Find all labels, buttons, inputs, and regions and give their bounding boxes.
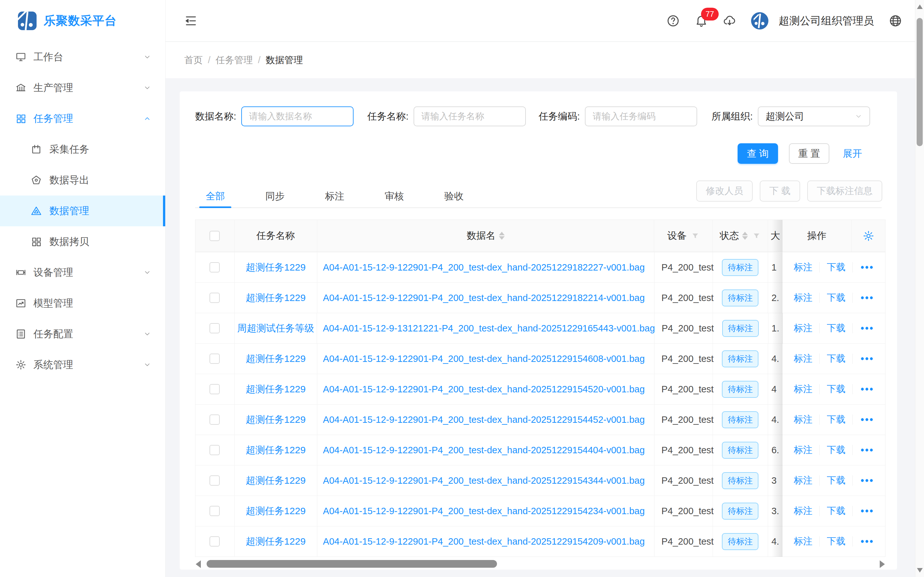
notifications[interactable]: 77 bbox=[695, 14, 708, 27]
sidebar-subitem-calendar[interactable]: 采集任务 bbox=[0, 134, 165, 165]
annotate-link[interactable]: 标注 bbox=[794, 261, 813, 274]
data-name-link[interactable]: A04-A01-15-12-9-122901-P4_200_test-dex_h… bbox=[323, 262, 645, 273]
filter-input-1[interactable] bbox=[414, 106, 526, 126]
sort-icon[interactable] bbox=[742, 232, 748, 240]
sort-icon[interactable] bbox=[499, 232, 505, 240]
data-name-link[interactable]: A04-A01-15-12-9-122901-P4_200_test-dex_h… bbox=[323, 506, 645, 516]
download-link[interactable]: 下载 bbox=[827, 444, 845, 456]
data-name-link[interactable]: A04-A01-15-12-9-122901-P4_200_test-dex_h… bbox=[323, 293, 645, 303]
bulk-button-0[interactable]: 修改人员 bbox=[696, 181, 753, 201]
user-name[interactable]: 超测公司组织管理员 bbox=[779, 14, 874, 28]
download-link[interactable]: 下载 bbox=[827, 261, 845, 274]
vertical-scroll-thumb[interactable] bbox=[917, 18, 923, 146]
more-actions-icon[interactable] bbox=[860, 537, 874, 546]
task-link[interactable]: 周超测试任务等级 bbox=[237, 322, 314, 335]
row-checkbox[interactable] bbox=[210, 354, 220, 364]
expand-link[interactable]: 展开 bbox=[843, 147, 862, 160]
annotate-link[interactable]: 标注 bbox=[794, 504, 813, 517]
sidebar-item-device[interactable]: 设备管理 bbox=[0, 257, 165, 288]
more-actions-icon[interactable] bbox=[860, 415, 874, 424]
tab-2[interactable]: 标注 bbox=[318, 185, 351, 207]
bulk-button-2[interactable]: 下载标注信息 bbox=[807, 181, 882, 201]
tab-3[interactable]: 审核 bbox=[378, 185, 410, 207]
task-link[interactable]: 超测任务1229 bbox=[246, 413, 306, 426]
horizontal-scroll-thumb[interactable] bbox=[207, 560, 497, 568]
download-link[interactable]: 下载 bbox=[827, 383, 845, 396]
reset-button[interactable]: 重 置 bbox=[789, 143, 829, 164]
tab-0[interactable]: 全部 bbox=[199, 185, 231, 207]
download-link[interactable]: 下载 bbox=[827, 352, 845, 365]
sidebar-item-gear[interactable]: 系统管理 bbox=[0, 350, 165, 380]
scroll-right-arrow[interactable] bbox=[880, 560, 885, 568]
sidebar-subitem-pentagon[interactable]: 数据导出 bbox=[0, 165, 165, 195]
more-actions-icon[interactable] bbox=[860, 293, 874, 303]
annotate-link[interactable]: 标注 bbox=[794, 535, 813, 548]
sidebar-subitem-copy-grid[interactable]: 数据拷贝 bbox=[0, 226, 165, 257]
column-name[interactable]: 数据名 bbox=[317, 220, 654, 251]
help-icon[interactable] bbox=[666, 14, 680, 27]
annotate-link[interactable]: 标注 bbox=[794, 292, 813, 304]
more-actions-icon[interactable] bbox=[860, 476, 874, 485]
annotate-link[interactable]: 标注 bbox=[794, 352, 813, 365]
data-name-link[interactable]: A04-A01-15-12-9-122901-P4_200_test-dex_h… bbox=[323, 445, 645, 456]
filter-funnel-icon[interactable] bbox=[691, 232, 699, 240]
sidebar-item-line-chart[interactable]: 模型管理 bbox=[0, 288, 165, 319]
task-link[interactable]: 超测任务1229 bbox=[246, 504, 306, 518]
task-link[interactable]: 超测任务1229 bbox=[246, 474, 306, 487]
row-checkbox[interactable] bbox=[210, 262, 220, 272]
scroll-down-arrow[interactable] bbox=[917, 568, 923, 572]
select-all-checkbox[interactable] bbox=[210, 231, 220, 241]
task-link[interactable]: 超测任务1229 bbox=[246, 352, 306, 366]
tab-1[interactable]: 同步 bbox=[259, 185, 291, 207]
scroll-up-arrow[interactable] bbox=[917, 5, 923, 9]
bulk-button-1[interactable]: 下 载 bbox=[760, 181, 800, 201]
task-link[interactable]: 超测任务1229 bbox=[246, 535, 306, 548]
more-actions-icon[interactable] bbox=[860, 324, 874, 333]
annotate-link[interactable]: 标注 bbox=[794, 413, 813, 426]
more-actions-icon[interactable] bbox=[860, 384, 874, 394]
row-checkbox[interactable] bbox=[210, 414, 220, 425]
download-link[interactable]: 下载 bbox=[827, 535, 845, 548]
task-link[interactable]: 超测任务1229 bbox=[246, 292, 306, 305]
data-name-link[interactable]: A04-A01-15-12-9-122901-P4_200_test-dex_h… bbox=[323, 384, 645, 395]
data-name-link[interactable]: A04-A01-15-12-9-122901-P4_200_test-dex_h… bbox=[323, 354, 645, 364]
tab-4[interactable]: 验收 bbox=[438, 185, 470, 207]
language-globe-icon[interactable] bbox=[889, 14, 902, 27]
annotate-link[interactable]: 标注 bbox=[794, 383, 813, 396]
scroll-left-arrow[interactable] bbox=[196, 560, 201, 568]
task-link[interactable]: 超测任务1229 bbox=[246, 261, 306, 274]
row-checkbox[interactable] bbox=[210, 536, 220, 546]
annotate-link[interactable]: 标注 bbox=[794, 322, 813, 335]
breadcrumb-item[interactable]: 任务管理 bbox=[216, 54, 253, 67]
download-link[interactable]: 下载 bbox=[827, 504, 845, 517]
row-checkbox[interactable] bbox=[210, 323, 220, 334]
breadcrumb-item[interactable]: 首页 bbox=[184, 54, 203, 67]
row-checkbox[interactable] bbox=[210, 384, 220, 394]
avatar[interactable] bbox=[751, 12, 768, 29]
sidebar-subitem-warning-triangle[interactable]: 数据管理 bbox=[0, 195, 165, 226]
row-checkbox[interactable] bbox=[210, 445, 220, 455]
filter-input-2[interactable] bbox=[585, 106, 697, 126]
column-settings-gear-icon[interactable] bbox=[863, 230, 874, 242]
menu-fold-icon[interactable] bbox=[184, 14, 198, 27]
more-actions-icon[interactable] bbox=[860, 263, 874, 272]
task-link[interactable]: 超测任务1229 bbox=[246, 444, 306, 457]
sidebar-item-bank[interactable]: 生产管理 bbox=[0, 73, 165, 103]
annotate-link[interactable]: 标注 bbox=[794, 444, 813, 456]
download-link[interactable]: 下载 bbox=[827, 474, 845, 487]
row-checkbox[interactable] bbox=[210, 475, 220, 486]
row-checkbox[interactable] bbox=[210, 293, 220, 303]
sidebar-item-list-config[interactable]: 任务配置 bbox=[0, 319, 165, 350]
data-name-link[interactable]: A04-A01-15-12-9-122901-P4_200_test-dex_h… bbox=[323, 414, 645, 425]
data-name-link[interactable]: A04-A01-15-12-9-122901-P4_200_test-dex_h… bbox=[323, 536, 645, 547]
row-checkbox[interactable] bbox=[210, 506, 220, 516]
download-link[interactable]: 下载 bbox=[827, 292, 845, 304]
download-link[interactable]: 下载 bbox=[827, 413, 845, 426]
data-name-link[interactable]: A04-A01-15-12-9-122901-P4_200_test-dex_h… bbox=[323, 475, 645, 486]
org-select[interactable]: 超测公司 bbox=[758, 106, 870, 126]
annotate-link[interactable]: 标注 bbox=[794, 474, 813, 487]
filter-input-0[interactable] bbox=[241, 106, 354, 126]
more-actions-icon[interactable] bbox=[860, 506, 874, 516]
data-name-link[interactable]: A04-A01-15-12-9-13121221-P4_200_test-dex… bbox=[323, 323, 655, 334]
task-link[interactable]: 超测任务1229 bbox=[246, 383, 306, 396]
